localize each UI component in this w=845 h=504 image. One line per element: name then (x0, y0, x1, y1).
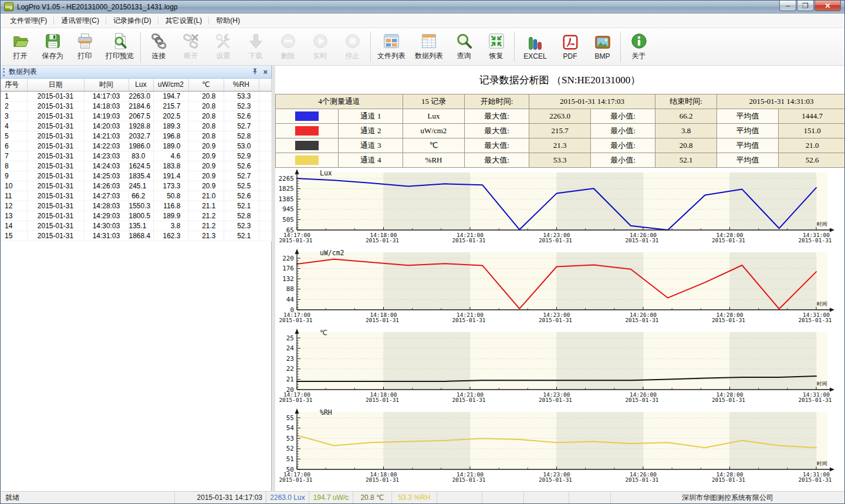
svg-text:2015-01-31: 2015-01-31 (366, 237, 399, 243)
table-cell (259, 131, 272, 141)
pin-icon[interactable] (252, 68, 258, 76)
panel-title: 数据列表 (9, 67, 37, 77)
menu-item-5[interactable]: 帮助(H) (209, 13, 247, 28)
toolbar-bmp-button[interactable]: BMP (586, 30, 618, 64)
table-row[interactable]: 102015-01-3114:26:03245.1173.320.952.5 (1, 181, 272, 191)
status-ready: 就绪 (1, 492, 174, 503)
column-header-1[interactable]: 序号 (1, 79, 27, 91)
table-cell: 52.1 (224, 201, 259, 211)
toolbar-printer-button[interactable]: 打印 (69, 30, 101, 64)
menu-item-4[interactable]: 其它设置(L) (158, 13, 209, 28)
table-cell: 2067.5 (129, 111, 153, 121)
column-header-2[interactable]: 日期 (27, 79, 84, 91)
table-cell: 14:31:03 (84, 231, 129, 241)
svg-text:51: 51 (286, 455, 294, 463)
table-row[interactable]: 52015-01-3114:21:032032.7196.820.852.8 (1, 131, 272, 141)
close-button[interactable]: ✕ (814, 1, 841, 11)
toolbar-pdf-button[interactable]: PDF (554, 30, 586, 64)
svg-text:220: 220 (282, 255, 294, 262)
svg-text:52: 52 (286, 445, 294, 452)
chart-channel-1: 2265182513859455056514:17:002015-01-3114… (275, 169, 844, 249)
svg-text:21: 21 (286, 376, 294, 383)
table-row[interactable]: 42015-01-3114:20:031928.8189.320.852.7 (1, 121, 272, 131)
table-cell (259, 141, 272, 151)
table-row[interactable]: 152015-01-3114:31:031868.4162.321.352.1 (1, 231, 272, 241)
start-time-label: 开始时间: (465, 94, 529, 109)
channel-4-color-swatch (295, 155, 319, 165)
toolbar-excel-button[interactable]: EXCEL (516, 30, 554, 64)
menu-item-1[interactable]: 文件管理(F) (3, 13, 54, 28)
status-empty-2 (482, 492, 523, 503)
toolbar-print-preview-button[interactable]: 打印预览 (101, 30, 138, 64)
panel-close-icon[interactable]: × (263, 69, 268, 75)
table-cell: 20.8 (188, 121, 224, 131)
toolbar-file-list-button[interactable]: 文件列表 (373, 30, 410, 64)
table-cell: 2015-01-31 (27, 171, 84, 181)
toolbar-connect-button[interactable]: 连接 (143, 30, 175, 64)
table-cell: 194.7 (153, 91, 188, 101)
svg-text:2015-01-31: 2015-01-31 (279, 397, 312, 403)
menu-item-3[interactable]: 记录操作(D) (106, 13, 158, 28)
column-header-5[interactable]: uW/cm2 (153, 79, 188, 91)
table-cell: 4.6 (153, 151, 188, 161)
svg-text:2015-01-31: 2015-01-31 (452, 397, 485, 403)
toolbar-about-button[interactable]: 关于 (623, 30, 655, 64)
toolbar-save-button[interactable]: 保存为 (36, 30, 69, 64)
table-cell: 21.2 (188, 221, 224, 231)
menu-item-2[interactable]: 通讯管理(C) (54, 13, 106, 28)
table-cell: 1550.3 (129, 201, 153, 211)
titlebar: log LogPro V1.05 - HE20131000_20150131_1… (1, 1, 844, 13)
minimize-button[interactable]: – (779, 1, 796, 11)
table-cell: 202.5 (153, 111, 188, 121)
summary-row-channel-4: 通道 4%RH最大值:53.3最小值:52.1平均值52.6 (276, 153, 845, 168)
table-row[interactable]: 32015-01-3114:19:032067.5202.520.852.6 (1, 111, 272, 121)
table-cell: 52.7 (224, 121, 259, 131)
toolbar-label: 打印 (78, 51, 92, 61)
table-cell: 2015-01-31 (27, 181, 84, 191)
table-row[interactable]: 122015-01-3114:28:031550.3116.821.152.1 (1, 201, 272, 211)
svg-text:2015-01-31: 2015-01-31 (712, 317, 745, 323)
table-cell: 189.9 (153, 211, 188, 221)
summary-cell (276, 124, 339, 138)
table-cell: 20.9 (188, 151, 224, 161)
table-row[interactable]: 112015-01-3114:27:0366.250.821.052.6 (1, 191, 272, 201)
table-row[interactable]: 92015-01-3114:25:031835.4191.420.952.7 (1, 171, 272, 181)
column-header-7[interactable]: %RH (224, 79, 259, 91)
table-row[interactable]: 12015-01-3114:17:032263.0194.720.853.3 (1, 91, 272, 101)
chart-channel-3: 25242322212014:17:002015-01-3114:18:0020… (275, 329, 844, 408)
table-cell (259, 161, 272, 171)
table-cell: 20.9 (188, 141, 224, 151)
toolbar-data-list-button[interactable]: 数据列表 (410, 30, 448, 64)
column-header-6[interactable]: ℃ (188, 79, 224, 91)
table-row[interactable]: 62015-01-3114:22:031986.0189.020.953.0 (1, 141, 272, 151)
data-list-panel: 数据列表 × 序号日期时间LuxuW/cm2℃%RH 12015-01-3114… (1, 66, 272, 491)
toolbar-open-folder-button[interactable]: 打开 (4, 30, 36, 64)
channel-2-color-swatch (295, 126, 319, 136)
column-header-4[interactable]: Lux (129, 79, 153, 91)
table-row[interactable]: 22015-01-3114:18:032184.6215.720.852.3 (1, 101, 272, 111)
end-time-label: 结束时间: (655, 94, 717, 109)
toolbar-label: 断开 (184, 51, 198, 61)
analysis-panel: 记录数据分析图 （SN:HE20131000） 4个测量通道15 记录开始时间:… (275, 66, 844, 491)
table-row[interactable]: 82015-01-3114:24:031624.5183.820.952.6 (1, 161, 272, 171)
column-header-3[interactable]: 时间 (84, 79, 129, 91)
toolbar-restore-button[interactable]: 恢复 (480, 30, 512, 64)
menubar: 文件管理(F)通讯管理(C)记录操作(D)其它设置(L)帮助(H) (1, 13, 844, 28)
toolbar-search-button[interactable]: 查询 (448, 30, 480, 64)
restore-button[interactable]: ❐ (797, 1, 814, 11)
table-cell: 20.9 (188, 181, 224, 191)
start-time-value: 2015-01-31 14:17:03 (529, 94, 655, 109)
min-value: 52.1 (655, 153, 717, 168)
table-cell: 52.6 (224, 111, 259, 121)
table-row[interactable]: 132015-01-3114:29:031800.5189.921.252.8 (1, 211, 272, 221)
table-cell (259, 121, 272, 131)
table-row[interactable]: 142015-01-3114:30:03135.13.821.252.3 (1, 221, 272, 231)
table-cell: 52.7 (224, 171, 259, 181)
svg-text:2015-01-31: 2015-01-31 (452, 237, 485, 243)
toolbar-label: 查询 (457, 51, 471, 61)
toolbar-separator (370, 32, 371, 62)
table-cell (259, 211, 272, 221)
svg-text:2015-01-31: 2015-01-31 (452, 476, 485, 483)
table-row[interactable]: 72015-01-3114:23:0383.04.620.952.9 (1, 151, 272, 161)
svg-text:2015-01-31: 2015-01-31 (798, 397, 832, 403)
